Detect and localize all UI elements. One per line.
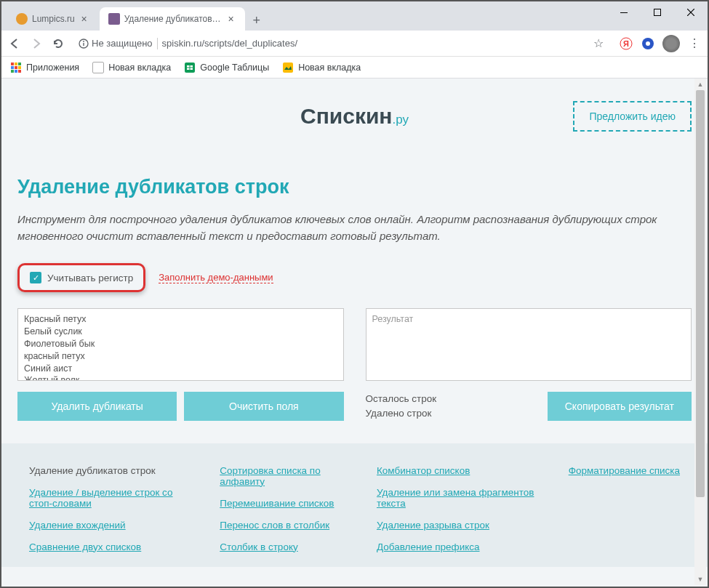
footer-link[interactable]: Перемешивание списков bbox=[220, 498, 355, 509]
info-icon bbox=[79, 39, 89, 49]
bookmark-newtab-1[interactable]: Новая вкладка bbox=[92, 62, 171, 73]
svg-rect-1 bbox=[654, 9, 661, 16]
svg-rect-0 bbox=[620, 12, 628, 13]
clear-fields-button[interactable]: Очистить поля bbox=[184, 392, 343, 421]
footer-col-2: Сортировка списка по алфавиту Перемешива… bbox=[220, 465, 355, 552]
maximize-button[interactable] bbox=[641, 1, 674, 23]
stats-block: Осталось строк Удалено строк bbox=[366, 392, 437, 422]
back-button[interactable] bbox=[7, 36, 22, 51]
extension-icon[interactable] bbox=[641, 36, 655, 51]
browser-titlebar: Lumpics.ru × Удаление дубликатов строк -… bbox=[1, 1, 708, 31]
copy-result-button[interactable]: Скопировать результат bbox=[548, 392, 692, 421]
menu-icon[interactable]: ⋮ bbox=[687, 36, 702, 51]
case-sensitive-option: ✓ Учитывать регистр bbox=[17, 263, 145, 292]
svg-rect-9 bbox=[11, 63, 14, 65]
bookmark-label: Google Таблицы bbox=[200, 63, 269, 73]
svg-rect-11 bbox=[18, 63, 21, 65]
output-textarea[interactable] bbox=[366, 308, 692, 381]
scroll-down-icon[interactable]: ▼ bbox=[694, 573, 706, 585]
close-icon[interactable]: × bbox=[79, 14, 89, 24]
page-content: Спискин.ру Предложить идею Удаление дубл… bbox=[1, 78, 708, 587]
browser-tab-2[interactable]: Удаление дубликатов строк - у... × bbox=[100, 7, 245, 31]
bookmarks-bar: Приложения Новая вкладка Google Таблицы … bbox=[1, 57, 708, 78]
footer-links: Удаление дубликатов строк Удаление / выд… bbox=[1, 443, 708, 567]
close-icon[interactable]: × bbox=[226, 14, 236, 24]
apps-icon bbox=[10, 62, 22, 73]
scroll-up-icon[interactable]: ▲ bbox=[694, 78, 706, 90]
apps-button[interactable]: Приложения bbox=[10, 62, 79, 73]
bookmark-gsheets[interactable]: Google Таблицы bbox=[184, 62, 269, 73]
sheets-icon bbox=[184, 62, 196, 73]
fill-demo-link[interactable]: Заполнить демо-данными bbox=[159, 272, 273, 283]
footer-link[interactable]: Столбик в строку bbox=[220, 541, 355, 552]
lines-remaining-label: Осталось строк bbox=[366, 392, 437, 406]
footer-col-4: Форматирование списка bbox=[567, 465, 680, 552]
scroll-thumb[interactable] bbox=[696, 90, 705, 497]
svg-rect-14 bbox=[18, 66, 21, 69]
url-text: spiskin.ru/scripts/del_duplicates/ bbox=[162, 38, 297, 49]
page-icon bbox=[92, 62, 104, 73]
tab-title: Удаление дубликатов строк - у... bbox=[124, 14, 222, 24]
tab-favicon bbox=[16, 13, 28, 25]
address-bar[interactable]: Не защищено spiskin.ru/scripts/del_dupli… bbox=[73, 33, 612, 54]
svg-rect-12 bbox=[11, 66, 14, 69]
footer-link: Удаление дубликатов строк bbox=[29, 465, 198, 476]
svg-rect-16 bbox=[15, 70, 17, 73]
image-icon bbox=[282, 62, 294, 73]
tab-favicon bbox=[108, 13, 120, 25]
footer-link[interactable]: Удаление вхождений bbox=[29, 520, 198, 531]
svg-point-8 bbox=[646, 41, 650, 46]
footer-link[interactable]: Удаление или замена фрагментов текста bbox=[377, 487, 545, 509]
svg-rect-13 bbox=[15, 66, 17, 69]
bookmark-newtab-2[interactable]: Новая вкладка bbox=[282, 62, 361, 73]
new-tab-button[interactable]: + bbox=[247, 10, 267, 31]
site-header: Спискин.ру Предложить идею bbox=[17, 78, 692, 140]
footer-link[interactable]: Добавление префикса bbox=[377, 541, 545, 552]
browser-toolbar: Не защищено spiskin.ru/scripts/del_dupli… bbox=[1, 31, 708, 57]
window-controls bbox=[607, 1, 708, 23]
svg-rect-17 bbox=[18, 70, 21, 73]
close-window-button[interactable] bbox=[674, 1, 708, 23]
separator bbox=[157, 38, 158, 49]
svg-point-4 bbox=[83, 41, 84, 42]
page-scrollbar[interactable]: ▲ ▼ bbox=[694, 78, 706, 585]
bookmark-label: Новая вкладка bbox=[298, 63, 361, 73]
page-title: Удаление дубликатов строк bbox=[17, 176, 692, 198]
footer-col-1: Удаление дубликатов строк Удаление / выд… bbox=[29, 465, 198, 552]
security-indicator[interactable]: Не защищено bbox=[79, 38, 153, 49]
footer-link[interactable]: Перенос слов в столбик bbox=[220, 520, 355, 531]
remove-duplicates-button[interactable]: Удалить дубликаты bbox=[17, 392, 177, 421]
svg-rect-22 bbox=[283, 63, 293, 73]
browser-tab-1[interactable]: Lumpics.ru × bbox=[7, 7, 98, 31]
yandex-icon[interactable]: Я bbox=[619, 36, 633, 51]
site-logo[interactable]: Спискин.ру bbox=[300, 104, 409, 129]
lines-removed-label: Удалено строк bbox=[366, 406, 437, 421]
footer-link[interactable]: Сортировка списка по алфавиту bbox=[220, 465, 355, 487]
logo-suffix: .ру bbox=[393, 113, 409, 126]
footer-link[interactable]: Сравнение двух списков bbox=[29, 541, 198, 552]
footer-link[interactable]: Удаление / выделение строк со стоп-слова… bbox=[29, 487, 198, 509]
svg-rect-15 bbox=[11, 70, 14, 73]
footer-link[interactable]: Удаление разрыва строк bbox=[377, 520, 545, 531]
logo-text: Спискин bbox=[300, 104, 393, 128]
footer-link[interactable]: Форматирование списка bbox=[567, 465, 680, 476]
reload-button[interactable] bbox=[51, 36, 65, 51]
profile-avatar[interactable] bbox=[662, 35, 680, 52]
suggest-idea-button[interactable]: Предложить идею bbox=[573, 101, 692, 132]
input-textarea[interactable] bbox=[17, 308, 344, 381]
svg-rect-3 bbox=[83, 43, 84, 46]
footer-col-3: Комбинатор списков Удаление или замена ф… bbox=[377, 465, 545, 552]
page-description: Инструмент для построчного удаления дубл… bbox=[17, 212, 692, 244]
output-column: Осталось строк Удалено строк Скопировать… bbox=[366, 308, 692, 422]
io-row: Удалить дубликаты Очистить поля Осталось… bbox=[17, 308, 692, 422]
svg-rect-10 bbox=[15, 63, 17, 65]
bookmark-label: Новая вкладка bbox=[108, 63, 171, 73]
case-checkbox[interactable]: ✓ bbox=[30, 272, 41, 283]
minimize-button[interactable] bbox=[607, 1, 641, 23]
tab-title: Lumpics.ru bbox=[32, 14, 75, 24]
bookmark-label: Приложения bbox=[26, 63, 79, 73]
forward-button[interactable] bbox=[29, 36, 44, 51]
case-label: Учитывать регистр bbox=[47, 273, 133, 283]
star-icon[interactable]: ☆ bbox=[591, 36, 606, 51]
footer-link[interactable]: Комбинатор списков bbox=[377, 465, 545, 476]
